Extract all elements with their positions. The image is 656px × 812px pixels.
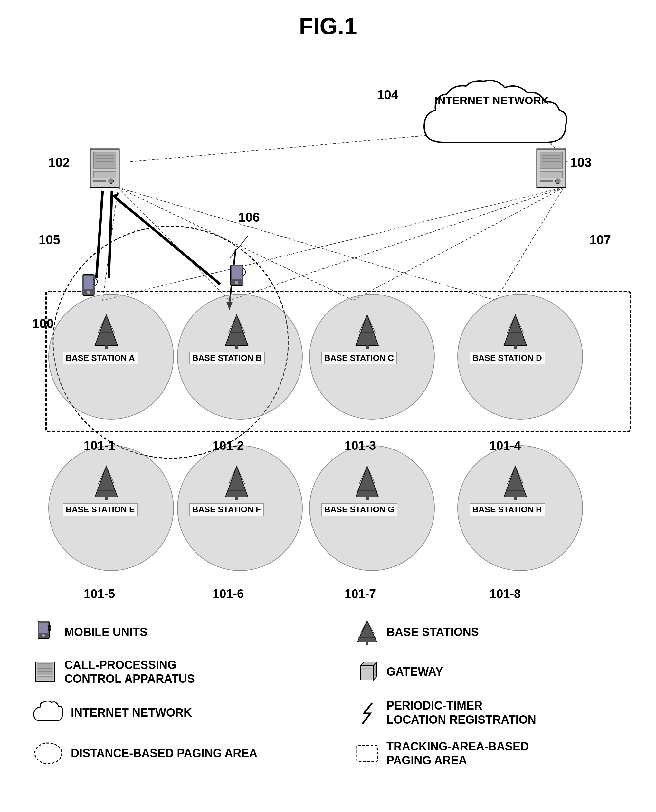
label-101-5: 101-5 [84, 587, 115, 601]
svg-line-13 [109, 191, 112, 278]
legend-mobile-units: MOBILE UNITS [32, 619, 322, 645]
svg-line-4 [103, 188, 563, 300]
legend-base-text: BASE STATIONS [387, 625, 479, 639]
svg-point-24 [108, 178, 114, 184]
svg-rect-23 [93, 171, 116, 178]
svg-rect-76 [365, 497, 369, 500]
legend-periodic-icon [354, 700, 380, 726]
server-103 [531, 146, 572, 197]
svg-line-5 [230, 188, 564, 300]
tower-B [224, 313, 249, 349]
svg-rect-31 [540, 152, 563, 168]
svg-rect-88 [84, 276, 93, 289]
svg-rect-32 [540, 171, 563, 178]
svg-rect-25 [93, 180, 106, 182]
svg-marker-63 [95, 466, 118, 497]
svg-marker-81 [504, 466, 526, 497]
cell-label-H: BASE STATION H [470, 503, 545, 516]
legend-call-icon [32, 659, 58, 685]
svg-line-7 [496, 188, 563, 300]
legend-mobile-icon [32, 619, 58, 645]
svg-rect-94 [39, 623, 48, 633]
svg-line-1 [118, 188, 230, 300]
tower-H [502, 465, 528, 500]
tower-D [502, 313, 528, 349]
mobile-unit-A [76, 271, 101, 304]
svg-line-6 [353, 188, 563, 300]
legend-section: MOBILE UNITS BASE STATIONS [32, 619, 644, 767]
legend-gateway-icon [354, 659, 380, 685]
label-101-4: 101-4 [489, 439, 521, 453]
label-107: 107 [589, 232, 611, 247]
svg-marker-75 [356, 466, 378, 497]
tower-F [224, 465, 249, 500]
cell-label-A: BASE STATION A [63, 352, 138, 364]
svg-line-11 [96, 191, 102, 278]
legend-base-stations: BASE STATIONS [354, 619, 644, 645]
tower-A [93, 313, 119, 349]
svg-line-15 [115, 197, 220, 284]
legend-mobile-text: MOBILE UNITS [64, 625, 147, 639]
legend-call-text: CALL-PROCESSINGCONTROL APPARATUS [64, 658, 195, 686]
svg-line-3 [118, 188, 496, 300]
cell-label-G: BASE STATION G [322, 503, 397, 516]
label-101-6: 101-6 [212, 587, 244, 601]
svg-rect-40 [105, 346, 108, 349]
svg-rect-34 [540, 180, 553, 182]
svg-marker-39 [95, 315, 118, 346]
legend-periodic-timer: PERIODIC-TIMERLOCATION REGISTRATION [354, 699, 644, 726]
legend-distance-paging: DISTANCE-BASED PAGING AREA [32, 739, 322, 767]
svg-rect-102 [37, 664, 53, 675]
cell-label-F: BASE STATION F [189, 503, 264, 516]
svg-point-33 [555, 178, 560, 184]
tower-G [354, 465, 380, 500]
svg-point-89 [87, 291, 90, 294]
svg-line-20 [230, 236, 248, 259]
label-101-7: 101-7 [345, 587, 376, 601]
label-103: 103 [570, 155, 592, 170]
legend-base-icon [354, 619, 380, 645]
figure-title: FIG.1 [13, 13, 643, 39]
svg-rect-108 [361, 665, 374, 680]
mobile-unit-B [224, 262, 249, 294]
label-101-3: 101-3 [345, 439, 376, 453]
legend-gateway-text: GATEWAY [387, 665, 443, 679]
svg-rect-114 [357, 745, 378, 761]
tower-E [93, 465, 119, 500]
svg-line-0 [103, 188, 118, 300]
svg-marker-96 [357, 621, 377, 642]
server-102 [84, 146, 125, 197]
label-104: 104 [377, 88, 398, 102]
tower-C [354, 313, 380, 349]
label-105: 105 [39, 232, 60, 247]
cell-label-C: BASE STATION C [322, 352, 397, 364]
cell-label-B: BASE STATION B [189, 352, 265, 364]
svg-rect-82 [514, 497, 517, 500]
label-102: 102 [48, 155, 70, 170]
legend-periodic-text: PERIODIC-TIMERLOCATION REGISTRATION [387, 699, 536, 726]
diagram-area: INTERNET NETWORK 104 102 [13, 52, 643, 761]
legend-internet-icon [32, 700, 64, 726]
svg-rect-52 [365, 346, 369, 349]
svg-marker-45 [226, 315, 248, 346]
legend-tracking-icon [354, 741, 380, 766]
legend-tracking-area: TRACKING-AREA-BASEDPAGING AREA [354, 739, 644, 767]
svg-rect-46 [235, 346, 238, 349]
label-101-1: 101-1 [84, 439, 115, 453]
cell-label-E: BASE STATION E [63, 503, 138, 516]
label-101-8: 101-8 [489, 587, 521, 601]
legend-call-processing: CALL-PROCESSINGCONTROL APPARATUS [32, 658, 322, 686]
legend-internet-text: INTERNET NETWORK [71, 706, 192, 719]
legend-tracking-text: TRACKING-AREA-BASEDPAGING AREA [387, 739, 529, 767]
svg-rect-22 [93, 152, 116, 168]
svg-rect-58 [514, 346, 517, 349]
svg-marker-109 [374, 662, 377, 680]
svg-rect-64 [105, 497, 108, 500]
svg-rect-91 [232, 267, 241, 279]
legend-distance-text: DISTANCE-BASED PAGING AREA [71, 747, 257, 760]
page: FIG.1 [0, 0, 656, 812]
svg-rect-97 [366, 642, 368, 645]
legend-internet-network: INTERNET NETWORK [32, 699, 322, 726]
label-106: 106 [238, 210, 260, 225]
svg-marker-51 [356, 315, 378, 346]
